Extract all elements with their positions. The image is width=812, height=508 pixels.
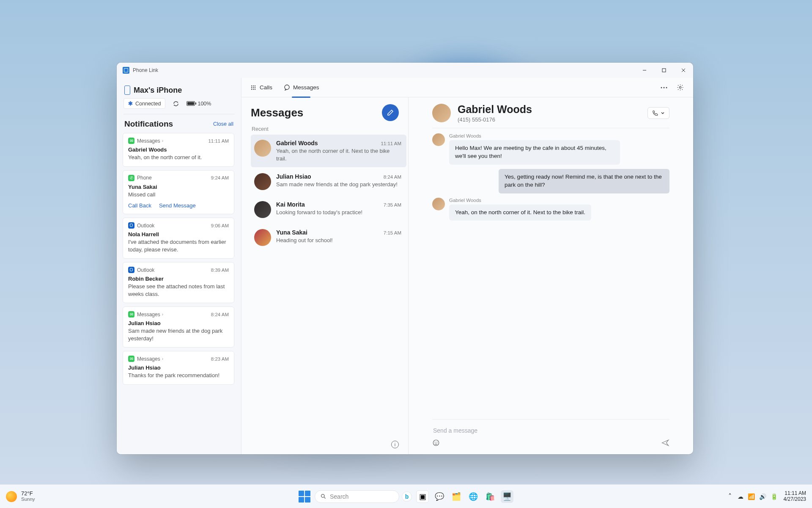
svg-point-16 [666,87,667,88]
weather-temp: 72°F [21,491,35,497]
thread-time: 7:35 AM [384,202,401,207]
maximize-button[interactable] [654,64,674,77]
messages-icon: ✉ [128,356,134,362]
close-all-button[interactable]: Close all [213,121,233,127]
tabs-row: Calls Messages [241,78,693,97]
tab-calls[interactable]: Calls [249,82,273,94]
svg-line-22 [324,497,325,498]
section-recent: Recent [252,126,406,132]
notification-card[interactable]: O Outlook 8:39 AM Robin Becker Please se… [123,262,234,303]
notification-action[interactable]: Call Back [128,202,151,209]
edge-icon[interactable]: 🌐 [467,490,480,503]
wifi-icon[interactable]: 📶 [748,493,755,500]
device-row[interactable]: Max's iPhone [124,86,233,95]
tab-messages-label: Messages [293,84,319,91]
svg-point-7 [251,87,252,88]
chat-contact-name: Gabriel Woods [458,103,532,116]
notification-title: Robin Becker [128,276,229,282]
close-button[interactable] [674,64,693,77]
thread-time: 7:15 AM [384,230,401,235]
svg-point-15 [664,87,665,88]
phonelink-taskbar-icon[interactable]: 🖥️ [501,490,513,503]
notification-time: 11:11 AM [208,138,229,144]
taskview-icon[interactable]: ▣ [416,490,429,503]
notification-card[interactable]: ✉ Messages › 11:11 AM Gabriel Woods Yeah… [123,133,234,167]
chat-contact-phone: (415) 555-0176 [458,116,532,123]
thread-item[interactable]: Gabriel Woods 11:11 AM Yeah, on the nort… [251,135,406,167]
onedrive-icon[interactable]: ☁ [738,493,743,500]
battery-tray-icon[interactable]: 🔋 [771,493,778,500]
notification-card[interactable]: ✆ Phone 9:24 AM Yuna Sakai Missed call C… [123,170,234,215]
start-button[interactable] [299,491,310,502]
thread-item[interactable]: Julian Hsiao 8:24 AM Sam made new friend… [251,168,406,195]
call-dropdown[interactable] [647,107,669,119]
svg-point-12 [255,88,255,89]
weather-widget[interactable]: 72°F Sunny [6,491,35,502]
received-message: Gabriel Woods Yeah, on the north corner … [432,198,669,221]
explorer-icon[interactable]: 🗂️ [450,490,463,503]
connection-status[interactable]: ✱ Connected [123,98,165,109]
tray-date[interactable]: 4/27/2023 [784,497,806,502]
dialpad-icon [250,84,257,91]
notifications-list[interactable]: ✉ Messages › 11:11 AM Gabriel Woods Yeah… [123,133,235,454]
chat-body[interactable]: Gabriel Woods Hello Max! We are meeting … [432,128,669,419]
thread-name: Julian Hsiao [276,173,311,180]
message-sender: Gabriel Woods [449,198,591,203]
svg-point-19 [435,442,435,442]
tray-chevron-icon[interactable]: ˄ [728,492,732,500]
chat-avatar[interactable] [432,104,451,122]
message-input[interactable] [432,424,669,437]
notification-card[interactable]: ✉ Messages › 8:23 AM Julian Hsiao Thanks… [123,351,234,385]
battery-icon [187,101,195,106]
volume-icon[interactable]: 🔊 [759,493,766,500]
notification-body: Sam made new friends at the dog park yes… [128,327,229,342]
system-tray[interactable]: ˄ ☁ 📶 🔊 🔋 11:11 AM 4/27/2023 [728,491,806,502]
avatar [432,198,445,210]
bing-button[interactable]: b [402,491,412,502]
notification-app: Messages [137,356,160,362]
thread-preview: Sam made new friends at the dog park yes… [276,181,401,188]
notification-title: Julian Hsiao [128,320,229,326]
refresh-button[interactable] [171,99,181,108]
titlebar[interactable]: Phone Link [117,63,693,78]
tab-messages[interactable]: Messages [283,82,320,94]
notification-body: Yeah, on the north corner of it. [128,154,229,161]
info-button[interactable]: i [391,441,399,448]
message-sender: Gabriel Woods [449,133,620,138]
svg-point-4 [251,85,252,86]
taskbar-search[interactable]: Search [315,490,399,503]
phone-icon: ✆ [128,175,134,181]
thread-time: 8:24 AM [384,174,401,179]
svg-point-20 [437,442,437,442]
notification-action[interactable]: Send Message [159,202,196,209]
thread-preview: Heading out for school! [276,237,401,244]
settings-button[interactable] [675,82,686,93]
svg-point-17 [679,86,681,88]
thread-item[interactable]: Kai Morita 7:35 AM Looking forward to to… [251,196,406,223]
received-message: Gabriel Woods Hello Max! We are meeting … [432,133,669,165]
notification-body: Please see the attached notes from last … [128,283,229,298]
store-icon[interactable]: 🛍️ [484,490,497,503]
send-button[interactable] [661,439,669,448]
tray-time[interactable]: 11:11 AM [785,491,806,497]
battery-label: 100% [198,101,211,107]
more-button[interactable] [658,82,669,93]
messages-title: Messages [251,106,303,119]
compose-area [432,419,669,448]
notification-card[interactable]: O Outlook 9:06 AM Nola Harrell I've atta… [123,218,234,259]
minimize-button[interactable] [635,64,654,77]
thread-item[interactable]: Yuna Sakai 7:15 AM Heading out for schoo… [251,224,406,251]
thread-time: 11:11 AM [381,141,401,146]
svg-point-18 [433,440,439,446]
notification-card[interactable]: ✉ Messages › 8:24 AM Julian Hsiao Sam ma… [123,306,234,348]
chat-app-icon[interactable]: 💬 [433,490,446,503]
notification-time: 9:24 AM [211,175,229,180]
emoji-button[interactable] [432,439,440,448]
chat-icon [283,84,290,91]
outlook-icon: O [128,222,134,229]
messages-icon: ✉ [128,311,134,318]
chevron-right-icon: › [162,138,163,143]
svg-point-5 [253,85,254,86]
notification-time: 8:39 AM [211,268,229,273]
compose-button[interactable] [382,104,399,121]
